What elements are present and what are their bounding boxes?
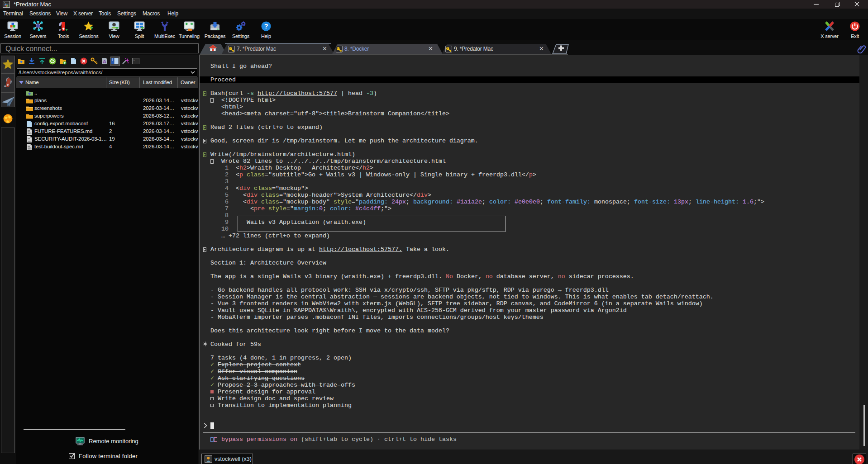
svg-text:A: A — [103, 59, 106, 64]
svg-text:?: ? — [264, 22, 268, 30]
svg-text:>: > — [133, 59, 134, 62]
svg-text:>_: >_ — [4, 1, 6, 4]
